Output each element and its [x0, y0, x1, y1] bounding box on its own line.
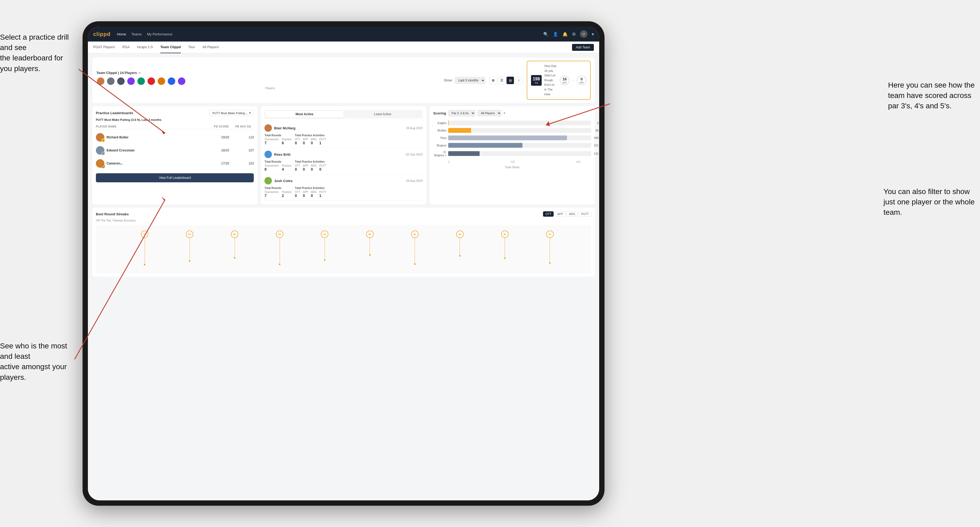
rounds-values-2: Tournament 8 Practice 4: [264, 164, 291, 171]
activity-avatar-2: [264, 151, 272, 158]
tournament-stat-2: Tournament 8: [264, 164, 278, 171]
total-practice-section-3: Total Practice Activities OTT 0 APP 0: [293, 187, 326, 198]
streak-bubble-6: 4x: [411, 230, 418, 238]
subnav-hcaps[interactable]: Hcaps 1-5: [137, 41, 153, 53]
activity-name-3: Josh Coles: [274, 179, 404, 183]
total-practice-section-1: Total Practice Activities OTT 0 APP 0: [293, 134, 326, 145]
user-avatar[interactable]: U: [580, 30, 587, 38]
practice-values-3: OTT 0 APP 0 ARG 0: [295, 190, 326, 198]
player-avatar-7[interactable]: [157, 77, 165, 86]
search-icon[interactable]: 🔍: [543, 32, 549, 37]
activity-player-3: Josh Coles 26 Aug 2023 Total Rounds Tour…: [264, 174, 422, 201]
player-score-2: 18/20: [215, 149, 236, 152]
streak-tab-putt[interactable]: PUTT: [579, 211, 591, 217]
streak-point-8: 3x: [501, 230, 509, 259]
bar-value-double: 131: [594, 152, 599, 155]
tab-most-active[interactable]: Most Active: [265, 111, 344, 117]
rounds-values-3: Tournament 7 Practice 2: [264, 190, 291, 198]
bell-icon[interactable]: 🔔: [562, 32, 568, 37]
player-avatar-3[interactable]: [117, 77, 125, 86]
scoring-header: Scoring Par 3, 4 & 5s All Players ▾: [433, 110, 591, 116]
team-left: Team Clippd | 14 Players ✏: [96, 71, 444, 90]
col-player-name: PLAYER NAME: [96, 125, 214, 128]
shot-circle-right: 0 yds: [577, 76, 586, 85]
streak-tab-ott[interactable]: OTT: [543, 211, 554, 217]
streak-point-0: 7x: [141, 230, 148, 265]
add-team-button[interactable]: Add Team: [572, 44, 594, 51]
streak-line-8: [504, 238, 505, 257]
nav-teams[interactable]: Teams: [132, 32, 142, 36]
player-avatar-6[interactable]: [147, 77, 156, 86]
shot-start-lie: Start Lie: Rough: [544, 73, 557, 83]
streak-line-6: [415, 238, 415, 263]
arg-stat-3: ARG 0: [311, 190, 317, 198]
shot-end-lie: End Lie: In The Hole: [544, 83, 557, 97]
streak-bubble-8: 3x: [501, 230, 509, 238]
streak-point-9: 3x: [546, 230, 554, 264]
activity-player-1: Blair McHarg 26 Aug 2023 Total Rounds To…: [264, 122, 422, 148]
subnav: PGAT Players PGA Hcaps 1-5 Team Clippd T…: [88, 41, 599, 53]
streak-dot-5: [369, 254, 371, 256]
chevron-down-icon[interactable]: ▾: [592, 32, 594, 37]
chart-footer: Total Shots: [433, 165, 591, 169]
activity-avatar-3: [264, 177, 272, 184]
activity-header-1: Blair McHarg 26 Aug 2023: [264, 124, 422, 132]
putt-stat-2: PUTT 0: [319, 164, 326, 171]
show-select[interactable]: Last 3 months: [455, 77, 485, 84]
player-avg-2: 107: [238, 149, 254, 152]
bar-fill-bogeys: [448, 143, 522, 148]
nav-home[interactable]: Home: [117, 32, 126, 36]
par-filter[interactable]: Par 3, 4 & 5s: [448, 110, 476, 116]
streak-line-1: [189, 238, 190, 260]
view-grid-icon[interactable]: ⊞: [490, 77, 497, 84]
chevron-scoring[interactable]: ▾: [504, 111, 505, 115]
view-card-icon[interactable]: ▤: [506, 77, 514, 84]
app-stat-2: APP 0: [303, 164, 308, 171]
activity-avatar-1: [264, 124, 272, 132]
putt-stat-3: PUTT 1: [319, 190, 326, 198]
shot-details: Shot Dist: 16 yds Start Lie: Rough End L…: [544, 64, 557, 97]
rank-badge-1: 1: [101, 138, 105, 142]
view-sort-icon[interactable]: ↕: [515, 77, 522, 84]
team-title: Team Clippd | 14 Players: [96, 71, 137, 75]
subnav-all-players[interactable]: All Players: [202, 41, 219, 53]
player-avatar-1[interactable]: [96, 77, 105, 86]
scoring-card: Scoring Par 3, 4 & 5s All Players ▾ Eagl…: [430, 106, 595, 205]
subnav-team-clippd[interactable]: Team Clippd: [160, 41, 181, 53]
edit-icon[interactable]: ✏: [138, 71, 141, 75]
view-leaderboard-button[interactable]: View Full Leaderboard: [96, 173, 254, 182]
practice-leaderboards-card: Practice Leaderboards PUTT Must Make Put…: [92, 106, 258, 205]
col-pb-avg: PB AVG SQ: [235, 125, 254, 128]
streak-point-1: 6x: [186, 230, 193, 262]
putt-stat-1: PUTT 1: [319, 138, 326, 145]
streak-point-7: 4x: [456, 230, 464, 257]
player-filter[interactable]: All Players: [477, 110, 501, 116]
total-practice-section-2: Total Practice Activities OTT 0 APP 0: [293, 160, 326, 171]
player-avatar-9[interactable]: [177, 77, 186, 86]
player-avatar-5[interactable]: [137, 77, 145, 86]
view-list-icon[interactable]: ☰: [498, 77, 506, 84]
total-rounds-section-2: Total Rounds Tournament 8 Practice 4: [264, 160, 291, 171]
arg-stat-1: ARG 0: [311, 138, 317, 145]
player-avatar-8[interactable]: [167, 77, 176, 86]
player-avatar-2[interactable]: [107, 77, 115, 86]
person-icon[interactable]: 👤: [553, 32, 558, 37]
shot-dist: Shot Dist: 16 yds: [544, 64, 557, 73]
player-avatar-4[interactable]: [127, 77, 135, 86]
subnav-tour[interactable]: Tour: [188, 41, 195, 53]
nav-my-performance[interactable]: My Performance: [147, 32, 172, 36]
streak-tab-arg[interactable]: ARG: [566, 211, 578, 217]
axis-labels: 0 200 400: [433, 160, 591, 163]
streak-tab-app[interactable]: APP: [555, 211, 565, 217]
subnav-pga[interactable]: PGA: [122, 41, 129, 53]
streak-dot-9: [549, 262, 551, 264]
team-header-card: Team Clippd | 14 Players ✏: [92, 57, 595, 103]
ott-stat-2: OTT 0: [295, 164, 300, 171]
tab-least-active[interactable]: Least Active: [344, 111, 422, 117]
subnav-pgat[interactable]: PGAT Players: [93, 41, 115, 53]
bar-fill-pars: [448, 135, 567, 140]
ott-stat-1: OTT 0: [295, 138, 300, 145]
settings-icon[interactable]: ⚙: [572, 32, 576, 37]
col-pb-score: PB SCORE: [214, 125, 235, 128]
drill-dropdown[interactable]: PUTT Must Make Putting ... ▾: [209, 110, 254, 116]
